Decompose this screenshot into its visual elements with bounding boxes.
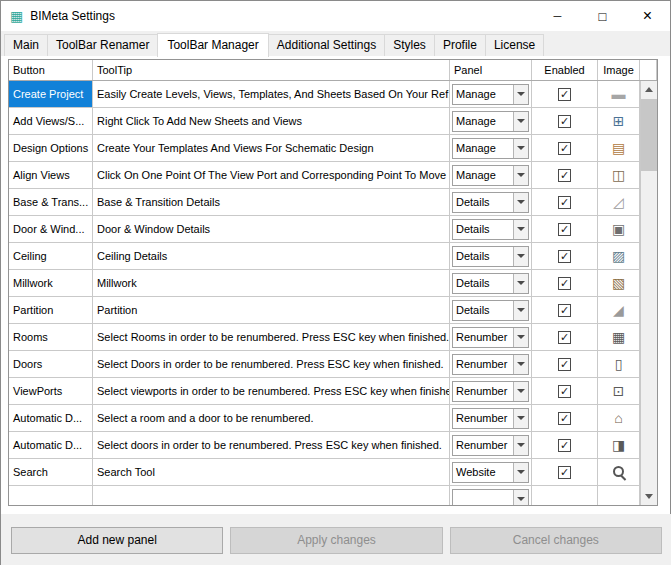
- button-cell[interactable]: Ceiling: [9, 243, 93, 269]
- enabled-checkbox[interactable]: ✓: [558, 196, 571, 209]
- vertical-scrollbar[interactable]: [640, 81, 657, 505]
- button-cell[interactable]: Base & Trans...: [9, 189, 93, 215]
- table-row[interactable]: DoorsSelect Doors in order to be renumbe…: [9, 351, 640, 378]
- tab-profile[interactable]: Profile: [434, 34, 486, 56]
- table-row[interactable]: ViewPortsSelect viewports in order to be…: [9, 378, 640, 405]
- tooltip-cell[interactable]: Door & Window Details: [93, 216, 450, 242]
- minimize-button[interactable]: ─: [535, 1, 580, 31]
- panel-dropdown[interactable]: Details: [452, 273, 529, 294]
- scrollbar-thumb[interactable]: [641, 99, 657, 171]
- button-cell[interactable]: Partition: [9, 297, 93, 323]
- panel-dropdown[interactable]: Manage: [452, 138, 529, 159]
- button-cell[interactable]: Automatic D...: [9, 405, 93, 431]
- enabled-checkbox[interactable]: ✓: [558, 115, 571, 128]
- button-cell[interactable]: Design Options: [9, 135, 93, 161]
- table-row[interactable]: PartitionPartitionDetails✓◢: [9, 297, 640, 324]
- enabled-checkbox[interactable]: ✓: [558, 358, 571, 371]
- tooltip-cell[interactable]: Right Click To Add New Sheets and Views: [93, 108, 450, 134]
- tab-toolbar-renamer[interactable]: ToolBar Renamer: [47, 34, 158, 56]
- panel-dropdown[interactable]: Renumber: [452, 408, 529, 429]
- maximize-button[interactable]: □: [580, 1, 625, 31]
- panel-dropdown[interactable]: Manage: [452, 165, 529, 186]
- table-row[interactable]: RoomsSelect Rooms in order to be renumbe…: [9, 324, 640, 351]
- column-header-button[interactable]: Button: [9, 60, 93, 80]
- button-cell[interactable]: ViewPorts: [9, 378, 93, 404]
- button-cell[interactable]: Door & Wind...: [9, 216, 93, 242]
- button-cell[interactable]: Align Views: [9, 162, 93, 188]
- apply-changes-button[interactable]: Apply changes: [230, 527, 442, 554]
- tooltip-cell[interactable]: Partition: [93, 297, 450, 323]
- column-header-panel[interactable]: Panel: [450, 60, 532, 80]
- scroll-up-button[interactable]: [641, 81, 657, 98]
- tooltip-cell[interactable]: Select a room and a door to be renumbere…: [93, 405, 450, 431]
- table-row[interactable]: SearchSearch ToolWebsite✓: [9, 459, 640, 486]
- panel-dropdown[interactable]: Renumber: [452, 327, 529, 348]
- tooltip-cell[interactable]: Base & Transition Details: [93, 189, 450, 215]
- button-cell[interactable]: Rooms: [9, 324, 93, 350]
- tooltip-cell[interactable]: Select Doors in order to be renumbered. …: [93, 351, 450, 377]
- panel-dropdown[interactable]: Website: [452, 462, 529, 483]
- table-row[interactable]: Door & Wind...Door & Window DetailsDetai…: [9, 216, 640, 243]
- enabled-checkbox[interactable]: ✓: [558, 223, 571, 236]
- column-header-enabled[interactable]: Enabled: [532, 60, 598, 80]
- table-row[interactable]: [9, 486, 640, 505]
- button-cell[interactable]: Create Project: [9, 81, 93, 107]
- tooltip-cell[interactable]: Select Rooms in order to be renumbered. …: [93, 324, 450, 350]
- column-header-tooltip[interactable]: ToolTip: [93, 60, 450, 80]
- enabled-checkbox[interactable]: ✓: [558, 304, 571, 317]
- enabled-checkbox[interactable]: ✓: [558, 88, 571, 101]
- panel-dropdown[interactable]: Details: [452, 192, 529, 213]
- tooltip-cell[interactable]: Create Your Templates And Views For Sche…: [93, 135, 450, 161]
- add-new-panel-button[interactable]: Add new panel: [11, 527, 223, 554]
- tooltip-cell[interactable]: Easily Create Levels, Views, Templates, …: [93, 81, 450, 107]
- button-cell[interactable]: Add Views/S...: [9, 108, 93, 134]
- table-row[interactable]: CeilingCeiling DetailsDetails✓▨: [9, 243, 640, 270]
- tab-main[interactable]: Main: [4, 34, 48, 56]
- enabled-checkbox[interactable]: ✓: [558, 385, 571, 398]
- table-row[interactable]: Automatic D...Select doors in order to b…: [9, 432, 640, 459]
- table-row[interactable]: MillworkMillworkDetails✓▧: [9, 270, 640, 297]
- panel-dropdown[interactable]: Renumber: [452, 435, 529, 456]
- button-cell[interactable]: Automatic D...: [9, 432, 93, 458]
- enabled-checkbox[interactable]: ✓: [558, 466, 571, 479]
- enabled-checkbox[interactable]: ✓: [558, 439, 571, 452]
- table-row[interactable]: Add Views/S...Right Click To Add New She…: [9, 108, 640, 135]
- tooltip-cell[interactable]: Click On One Point Of The View Port and …: [93, 162, 450, 188]
- enabled-checkbox[interactable]: ✓: [558, 142, 571, 155]
- panel-dropdown[interactable]: Renumber: [452, 381, 529, 402]
- close-button[interactable]: ×: [625, 1, 670, 31]
- panel-dropdown[interactable]: Details: [452, 219, 529, 240]
- panel-dropdown[interactable]: Manage: [452, 84, 529, 105]
- table-row[interactable]: Create ProjectEasily Create Levels, View…: [9, 81, 640, 108]
- tab-additional-settings[interactable]: Additional Settings: [268, 34, 385, 56]
- button-cell[interactable]: Doors: [9, 351, 93, 377]
- panel-dropdown[interactable]: Details: [452, 246, 529, 267]
- enabled-checkbox[interactable]: ✓: [558, 277, 571, 290]
- tooltip-cell[interactable]: [93, 486, 450, 505]
- tooltip-cell[interactable]: Ceiling Details: [93, 243, 450, 269]
- button-cell[interactable]: Millwork: [9, 270, 93, 296]
- enabled-checkbox[interactable]: ✓: [558, 331, 571, 344]
- tab-license[interactable]: License: [485, 34, 544, 56]
- tooltip-cell[interactable]: Select viewports in order to be renumber…: [93, 378, 450, 404]
- panel-dropdown[interactable]: [452, 489, 529, 506]
- table-row[interactable]: Align ViewsClick On One Point Of The Vie…: [9, 162, 640, 189]
- tab-styles[interactable]: Styles: [384, 34, 435, 56]
- enabled-checkbox[interactable]: ✓: [558, 250, 571, 263]
- panel-dropdown[interactable]: Details: [452, 300, 529, 321]
- table-row[interactable]: Design OptionsCreate Your Templates And …: [9, 135, 640, 162]
- panel-dropdown[interactable]: Manage: [452, 111, 529, 132]
- table-row[interactable]: Base & Trans...Base & Transition Details…: [9, 189, 640, 216]
- panel-dropdown[interactable]: Renumber: [452, 354, 529, 375]
- tooltip-cell[interactable]: Millwork: [93, 270, 450, 296]
- enabled-checkbox[interactable]: ✓: [558, 412, 571, 425]
- enabled-checkbox[interactable]: ✓: [558, 169, 571, 182]
- scroll-down-button[interactable]: [641, 488, 657, 505]
- column-header-image[interactable]: Image: [598, 60, 640, 80]
- tab-toolbar-manager[interactable]: ToolBar Manager: [157, 33, 268, 57]
- button-cell[interactable]: Search: [9, 459, 93, 485]
- tooltip-cell[interactable]: Search Tool: [93, 459, 450, 485]
- table-row[interactable]: Automatic D...Select a room and a door t…: [9, 405, 640, 432]
- button-cell[interactable]: [9, 486, 93, 505]
- cancel-changes-button[interactable]: Cancel changes: [450, 527, 662, 554]
